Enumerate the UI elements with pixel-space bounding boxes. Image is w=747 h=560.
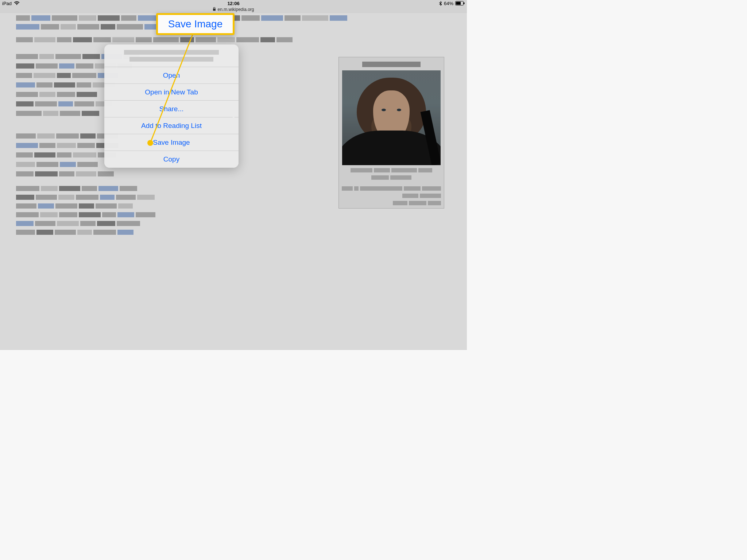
context-menu: Open Open in New Tab Share... Add to Rea… xyxy=(104,44,239,168)
menu-item-save-image[interactable]: Save Image xyxy=(104,134,239,151)
menu-item-share[interactable]: Share... xyxy=(104,101,239,117)
menu-item-reading-list[interactable]: Add to Reading List xyxy=(104,117,239,134)
context-menu-header xyxy=(104,44,239,67)
menu-item-open[interactable]: Open xyxy=(104,67,239,84)
menu-item-open-new-tab[interactable]: Open in New Tab xyxy=(104,84,239,101)
menu-item-copy[interactable]: Copy xyxy=(104,151,239,168)
annotation-callout: Save Image xyxy=(156,13,235,35)
annotation-label: Save Image xyxy=(168,18,222,30)
